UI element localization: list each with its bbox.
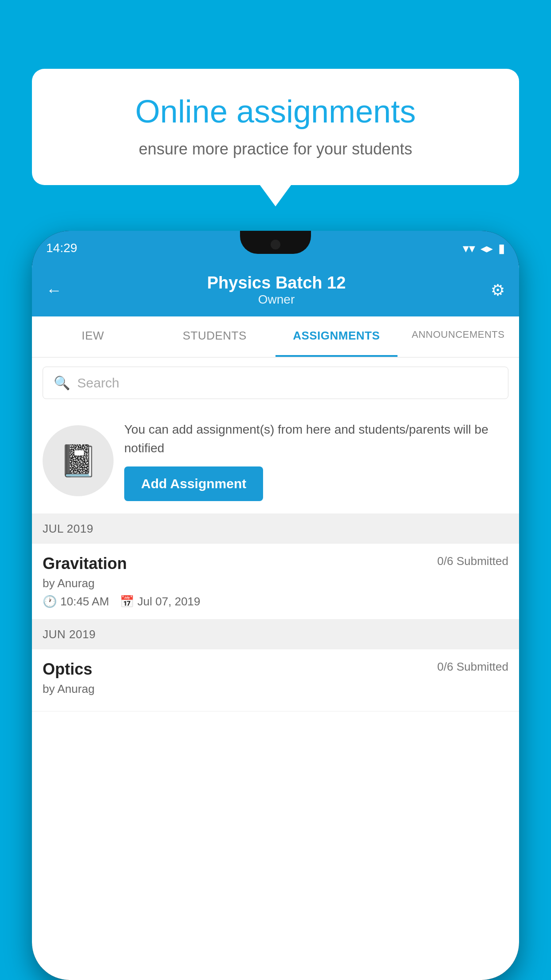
promo-text-area: You can add assignment(s) from here and … (124, 420, 508, 501)
signal-icon: ◂▸ (480, 241, 493, 256)
header-subtitle: Owner (207, 292, 346, 307)
status-bar: 14:29 ▾▾ ◂▸ ▮ (32, 231, 519, 265)
speech-bubble-title: Online assignments (61, 93, 490, 130)
assignment-time: 🕐 10:45 AM (43, 595, 109, 609)
add-assignment-button[interactable]: Add Assignment (124, 466, 263, 501)
assignment-optics-submitted: 0/6 Submitted (437, 660, 508, 674)
wifi-icon: ▾▾ (463, 241, 475, 256)
assignment-meta: 🕐 10:45 AM 📅 Jul 07, 2019 (43, 595, 508, 609)
notebook-icon: 📓 (59, 443, 98, 479)
speech-bubble-subtitle: ensure more practice for your students (61, 140, 490, 158)
assignment-submitted: 0/6 Submitted (437, 554, 508, 568)
camera (271, 240, 280, 249)
tabs-bar: IEW STUDENTS ASSIGNMENTS ANNOUNCEMENTS (32, 316, 519, 358)
status-icons: ▾▾ ◂▸ ▮ (463, 241, 505, 256)
notch (240, 231, 311, 254)
assignment-optics-top-row: Optics 0/6 Submitted (43, 660, 508, 679)
header-title: Physics Batch 12 (207, 273, 346, 292)
assignment-optics-name: Optics (43, 660, 92, 679)
settings-icon[interactable]: ⚙ (491, 281, 505, 300)
header-center: Physics Batch 12 Owner (207, 273, 346, 307)
tab-announcements[interactable]: ANNOUNCEMENTS (398, 316, 520, 357)
clock-icon: 🕐 (43, 595, 57, 609)
assignment-name: Gravitation (43, 554, 127, 573)
app-header: ← Physics Batch 12 Owner ⚙ (32, 265, 519, 316)
assignment-optics[interactable]: Optics 0/6 Submitted by Anurag (32, 649, 519, 711)
speech-bubble: Online assignments ensure more practice … (32, 69, 519, 185)
assignment-by: by Anurag (43, 577, 508, 590)
search-placeholder: Search (77, 375, 119, 391)
speech-bubble-container: Online assignments ensure more practice … (32, 69, 519, 185)
phone-frame: 14:29 ▾▾ ◂▸ ▮ ← Physics Batch 12 Owner ⚙… (32, 231, 519, 980)
tab-students[interactable]: STUDENTS (154, 316, 276, 357)
phone-screen: ← Physics Batch 12 Owner ⚙ IEW STUDENTS … (32, 265, 519, 980)
promo-icon-circle: 📓 (43, 425, 114, 496)
search-icon: 🔍 (54, 375, 70, 391)
status-time: 14:29 (46, 241, 77, 255)
tab-assignments[interactable]: ASSIGNMENTS (276, 316, 398, 357)
calendar-icon: 📅 (120, 595, 134, 609)
assignment-date: 📅 Jul 07, 2019 (120, 595, 201, 609)
battery-icon: ▮ (498, 241, 505, 256)
back-button[interactable]: ← (46, 281, 62, 300)
promo-description: You can add assignment(s) from here and … (124, 420, 508, 458)
search-bar[interactable]: 🔍 Search (43, 367, 508, 399)
section-header-jun: JUN 2019 (32, 620, 519, 649)
assignment-optics-by: by Anurag (43, 682, 508, 696)
promo-section: 📓 You can add assignment(s) from here an… (32, 408, 519, 514)
tab-iew[interactable]: IEW (32, 316, 154, 357)
assignment-gravitation[interactable]: Gravitation 0/6 Submitted by Anurag 🕐 10… (32, 544, 519, 620)
assignment-top-row: Gravitation 0/6 Submitted (43, 554, 508, 573)
search-container: 🔍 Search (32, 358, 519, 408)
section-header-jul: JUL 2019 (32, 514, 519, 544)
